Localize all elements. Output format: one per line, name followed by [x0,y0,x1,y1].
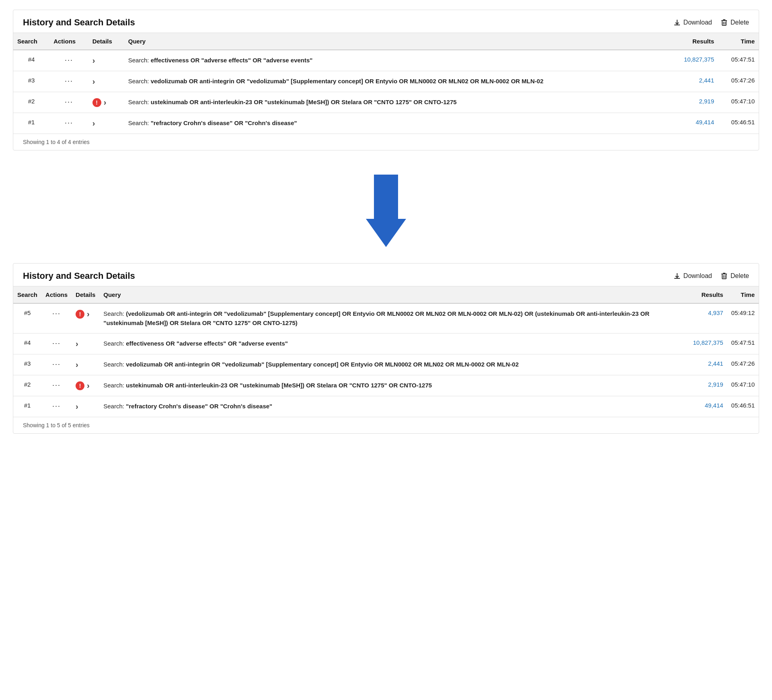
cell-details[interactable]: !› [72,303,99,334]
chevron-right-icon[interactable]: › [92,77,95,86]
cell-query: Search: vedolizumab OR anti-integrin OR … [99,354,689,375]
warning-icon[interactable]: ! [76,310,84,319]
cell-search: #2 [13,92,49,113]
col-header-search-1: Search [13,33,49,50]
svg-rect-0 [722,21,726,25]
cell-details[interactable]: › [88,50,124,71]
cell-time: 05:47:51 [718,50,759,71]
table-row: #4···›Search: effectiveness OR "adverse … [13,334,759,354]
panel-2-table-wrapper: Search Actions Details Query Results Tim… [13,286,759,417]
cell-details[interactable]: › [72,396,99,417]
arrow-section [13,159,759,263]
chevron-right-icon[interactable]: › [104,98,107,107]
col-header-query-1: Query [124,33,669,50]
cell-time: 05:49:12 [727,303,759,334]
chevron-right-icon[interactable]: › [92,56,95,65]
panel-1-table-wrapper: Search Actions Details Query Results Tim… [13,33,759,134]
cell-results[interactable]: 2,919 [689,375,727,396]
cell-time: 05:46:51 [718,113,759,134]
panel-1-actions: Download Delete [673,19,749,27]
cell-details[interactable]: › [88,113,124,134]
results-link[interactable]: 2,919 [708,381,723,388]
results-link[interactable]: 49,414 [696,119,714,126]
table-row: #2···!›Search: ustekinumab OR anti-inter… [13,375,759,396]
col-header-time-2: Time [727,286,759,304]
chevron-right-icon[interactable]: › [87,381,90,390]
col-header-results-2: Results [689,286,727,304]
cell-actions[interactable]: ··· [41,334,72,354]
panel-2-footer: Showing 1 to 5 of 5 entries [13,417,759,433]
results-link[interactable]: 2,441 [708,360,723,367]
cell-results[interactable]: 10,827,375 [669,50,718,71]
cell-time: 05:47:10 [727,375,759,396]
cell-query: Search: ustekinumab OR anti-interleukin-… [124,92,669,113]
download-icon-1 [673,19,681,27]
cell-actions[interactable]: ··· [41,375,72,396]
cell-details[interactable]: !› [72,375,99,396]
cell-actions[interactable]: ··· [49,113,88,134]
col-header-details-1: Details [88,33,124,50]
panel-2-table: Search Actions Details Query Results Tim… [13,286,759,417]
panel-1: History and Search Details Download [13,10,759,150]
results-link[interactable]: 49,414 [705,402,723,409]
panel-1-table-header: Search Actions Details Query Results Tim… [13,33,759,50]
download-icon-2 [673,272,681,280]
cell-query: Search: effectiveness OR "adverse effect… [99,334,689,354]
cell-search: #5 [13,303,41,334]
panel-1-header: History and Search Details Download [13,10,759,33]
cell-actions[interactable]: ··· [49,92,88,113]
cell-results[interactable]: 2,441 [689,354,727,375]
download-button-2[interactable]: Download [673,272,712,280]
cell-results[interactable]: 2,919 [669,92,718,113]
cell-search: #1 [13,396,41,417]
cell-actions[interactable]: ··· [49,50,88,71]
warning-icon[interactable]: ! [92,98,101,107]
cell-results[interactable]: 49,414 [689,396,727,417]
results-link[interactable]: 4,937 [708,309,723,316]
col-header-search-2: Search [13,286,41,304]
warning-icon[interactable]: ! [76,381,84,390]
cell-results[interactable]: 4,937 [689,303,727,334]
svg-marker-3 [366,175,406,247]
cell-results[interactable]: 2,441 [669,71,718,92]
cell-details[interactable]: › [72,334,99,354]
panel-2-header: History and Search Details Download [13,264,759,286]
panel-1-title: History and Search Details [23,17,135,28]
delete-icon-2 [720,272,728,280]
results-link[interactable]: 10,827,375 [693,339,723,346]
cell-query: Search: ustekinumab OR anti-interleukin-… [99,375,689,396]
table-row: #3···›Search: vedolizumab OR anti-integr… [13,354,759,375]
chevron-right-icon[interactable]: › [76,360,78,369]
cell-time: 05:47:26 [718,71,759,92]
cell-time: 05:47:26 [727,354,759,375]
chevron-right-icon[interactable]: › [76,402,78,411]
table-row: #1···›Search: "refractory Crohn's diseas… [13,113,759,134]
cell-query: Search: vedolizumab OR anti-integrin OR … [124,71,669,92]
svg-rect-4 [722,274,726,279]
table-row: #1···›Search: "refractory Crohn's diseas… [13,396,759,417]
chevron-right-icon[interactable]: › [87,309,90,319]
cell-results[interactable]: 10,827,375 [689,334,727,354]
cell-results[interactable]: 49,414 [669,113,718,134]
results-link[interactable]: 2,919 [699,98,715,105]
cell-details[interactable]: !› [88,92,124,113]
cell-query: Search: "refractory Crohn's disease" OR … [99,396,689,417]
cell-query: Search: effectiveness OR "adverse effect… [124,50,669,71]
chevron-right-icon[interactable]: › [92,119,95,128]
delete-button-2[interactable]: Delete [720,272,749,280]
cell-actions[interactable]: ··· [41,354,72,375]
delete-button-1[interactable]: Delete [720,19,749,27]
results-link[interactable]: 2,441 [699,77,715,84]
cell-actions[interactable]: ··· [49,71,88,92]
table-row: #2···!›Search: ustekinumab OR anti-inter… [13,92,759,113]
cell-actions[interactable]: ··· [41,303,72,334]
col-header-actions-2: Actions [41,286,72,304]
chevron-right-icon[interactable]: › [76,339,78,348]
results-link[interactable]: 10,827,375 [684,56,714,63]
cell-search: #4 [13,50,49,71]
cell-details[interactable]: › [72,354,99,375]
cell-time: 05:47:51 [727,334,759,354]
download-button-1[interactable]: Download [673,19,712,27]
cell-actions[interactable]: ··· [41,396,72,417]
cell-details[interactable]: › [88,71,124,92]
